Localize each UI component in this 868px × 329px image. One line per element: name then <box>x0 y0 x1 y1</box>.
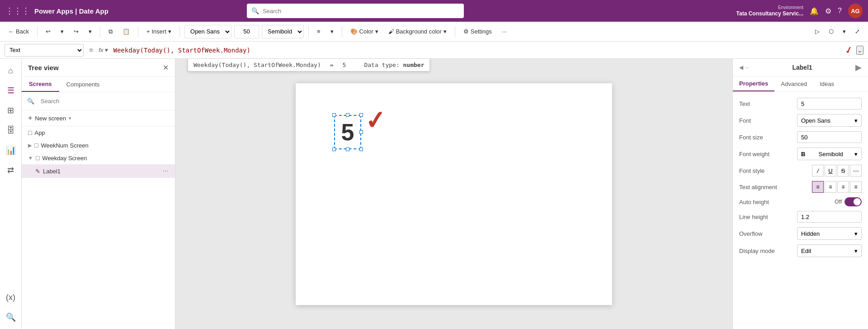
tree-search-input[interactable] <box>37 96 170 106</box>
text-align-group: ≡ ≡ ≡ ≡ <box>812 181 862 193</box>
font-weight-select[interactable]: B Semibold ▾ <box>797 148 862 160</box>
hint-datatype: Data type: number <box>364 62 424 68</box>
notification-icon[interactable]: 🔔 <box>810 7 819 15</box>
list-item[interactable]: □ App <box>22 126 175 139</box>
handle-tr[interactable] <box>359 113 363 117</box>
undo-dropdown-button[interactable]: ▾ <box>57 26 67 37</box>
color-button[interactable]: 🎨 Color ▾ <box>347 26 382 37</box>
toggle-knob <box>854 198 861 205</box>
align-right-button[interactable]: ≡ <box>837 181 849 193</box>
weeknum-screen-label: WeekNum Screen <box>41 142 88 149</box>
sidebar-routes-icon[interactable]: ⇄ <box>3 162 19 178</box>
strikethrough-button[interactable]: S <box>837 165 849 176</box>
back-button[interactable]: ← Back <box>5 26 33 37</box>
formula-input[interactable] <box>111 45 841 56</box>
handle-bl[interactable] <box>332 148 336 151</box>
tab-properties[interactable]: Properties <box>733 76 774 91</box>
sidebar-insert-icon[interactable]: ⊞ <box>3 102 19 119</box>
publish-dropdown-button[interactable]: ▾ <box>839 26 849 37</box>
settings-toolbar-button[interactable]: ⚙ Settings <box>460 26 495 37</box>
help-icon[interactable]: ? <box>838 7 842 15</box>
fx-label: fx ▾ <box>99 47 108 53</box>
redo-button[interactable]: ↪ <box>70 26 82 37</box>
line-height-label: Line height <box>739 214 793 220</box>
sidebar-data-icon[interactable]: 🗄 <box>3 122 19 138</box>
label-wrapper: 5 <box>334 115 361 149</box>
line-height-value[interactable]: 1.2 <box>797 211 862 223</box>
italic-button[interactable]: / <box>812 165 824 176</box>
handle-tl[interactable] <box>332 113 336 117</box>
toolbar-divider-4 <box>179 26 180 37</box>
copy-button[interactable]: ⧉ <box>105 26 116 37</box>
bg-color-icon: 🖌 <box>388 28 394 35</box>
avatar[interactable]: AG <box>848 4 863 18</box>
new-screen-button[interactable]: + New screen ▾ <box>22 110 175 126</box>
property-selector[interactable]: Text <box>5 44 84 57</box>
right-panel-title: Label1 <box>792 64 812 71</box>
publish-button[interactable]: ⬡ <box>825 26 837 37</box>
right-panel-expand-button[interactable]: ▶ <box>855 62 862 72</box>
display-mode-select[interactable]: Edit ▾ <box>797 244 862 257</box>
tab-ideas[interactable]: Ideas <box>813 76 840 91</box>
font-size-input[interactable] <box>234 25 259 38</box>
font-selector[interactable]: Open Sans <box>184 25 231 38</box>
tab-screens[interactable]: Screens <box>22 77 59 92</box>
top-search-input[interactable] <box>263 8 459 14</box>
list-item[interactable]: ▶ □ WeekNum Screen <box>22 139 175 152</box>
paste-button[interactable]: 📋 <box>119 26 133 37</box>
insert-button[interactable]: + Insert ▾ <box>143 26 175 37</box>
sidebar-variables-icon[interactable]: (x) <box>3 289 19 305</box>
align-center-button[interactable]: ≡ <box>825 181 836 193</box>
more-button[interactable]: ··· <box>498 26 510 37</box>
auto-height-toggle[interactable] <box>844 197 862 206</box>
handle-br[interactable] <box>359 148 363 151</box>
extra-style-button[interactable]: ⋯ <box>850 165 862 176</box>
formula-expand-button[interactable]: ⌄ <box>856 46 863 55</box>
align-justify-button[interactable]: ≡ <box>850 181 862 193</box>
prop-row-overflow: Overflow Hidden ▾ <box>733 225 868 242</box>
label1-more-icon[interactable]: ··· <box>163 167 169 175</box>
tree-panel: Tree view ✕ Screens Components 🔍 + New s… <box>22 59 175 329</box>
font-label: Font <box>739 117 793 124</box>
text-value[interactable]: 5 <box>797 98 862 110</box>
prop-row-font-size: Font size 50 <box>733 129 868 145</box>
hint-result: 5 <box>343 62 346 68</box>
tab-components[interactable]: Components <box>59 77 107 92</box>
sidebar-home-icon[interactable]: ⌂ <box>3 62 19 79</box>
sidebar-analytics-icon[interactable]: 📊 <box>3 142 19 158</box>
sidebar-tree-icon[interactable]: ☰ <box>3 82 19 99</box>
undo-button[interactable]: ↩ <box>42 26 54 37</box>
right-panel-back-icon: ◀ ··· <box>739 64 749 71</box>
list-item[interactable]: ▼ □ Weekday Screen <box>22 152 175 164</box>
settings-icon[interactable]: ⚙ <box>825 7 831 15</box>
font-size-value[interactable]: 50 <box>797 131 862 143</box>
main-layout: ⌂ ☰ ⊞ 🗄 📊 ⇄ (x) 🔍 Tree view ✕ Screens Co… <box>0 59 868 329</box>
background-color-button[interactable]: 🖌 Background color ▾ <box>385 26 450 37</box>
label-value: 5 <box>341 119 354 146</box>
align-left-button[interactable]: ≡ <box>812 181 824 193</box>
font-weight-selector[interactable]: Semibold <box>262 25 304 38</box>
handle-mr[interactable] <box>359 130 363 134</box>
handle-tm[interactable] <box>346 113 349 117</box>
underline-button[interactable]: U <box>825 165 836 176</box>
tree-close-button[interactable]: ✕ <box>163 63 169 72</box>
label-element-container: 5 ✓ <box>334 115 361 149</box>
more-right-button[interactable]: ⤢ <box>851 26 863 37</box>
sidebar-search-icon[interactable]: 🔍 <box>3 309 19 325</box>
fx-chevron-icon[interactable]: ▾ <box>104 47 108 53</box>
label-selected[interactable]: 5 <box>334 115 361 149</box>
font-select[interactable]: Open Sans ▾ <box>797 114 862 127</box>
font-weight-label: Font weight <box>739 151 793 157</box>
prop-row-display-mode: Display mode Edit ▾ <box>733 242 868 259</box>
preview-button[interactable]: ▷ <box>811 26 823 37</box>
redo-dropdown-button[interactable]: ▾ <box>85 26 95 37</box>
handle-bm[interactable] <box>346 148 349 151</box>
apps-grid-icon[interactable]: ⋮⋮⋮ <box>5 6 30 16</box>
align-dropdown-button[interactable]: ▾ <box>327 26 337 37</box>
canvas-screen[interactable]: 5 ✓ <box>296 83 612 305</box>
tab-advanced[interactable]: Advanced <box>774 76 813 91</box>
overflow-select[interactable]: Hidden ▾ <box>797 227 862 240</box>
align-button[interactable]: ≡ <box>313 26 324 37</box>
bold-indicator: B <box>801 151 805 157</box>
list-item[interactable]: ✎ Label1 ··· <box>22 164 175 178</box>
